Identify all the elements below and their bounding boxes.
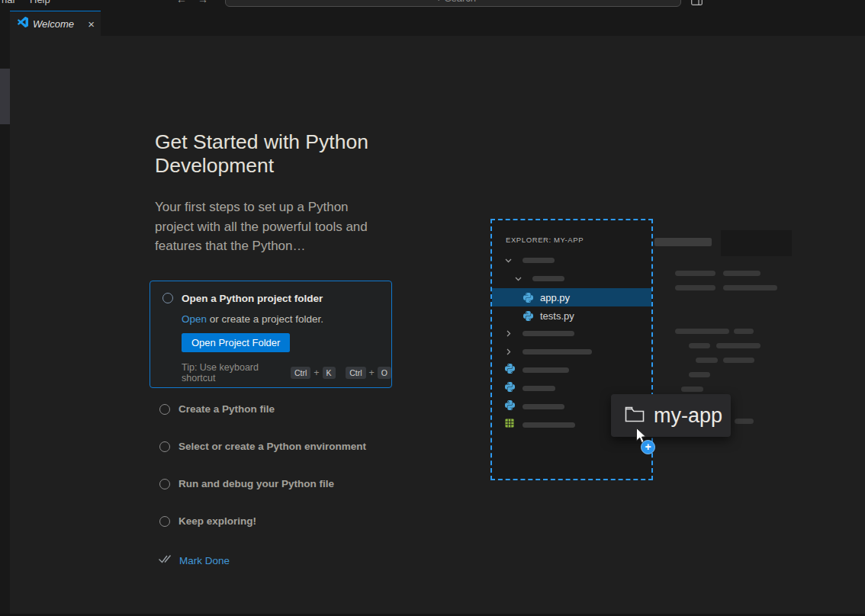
page-description: Your first steps to set up a Python proj… (155, 197, 381, 256)
step-select-environment[interactable]: Select or create a Python environment (159, 441, 366, 452)
tree-chevron-down-icon (515, 274, 522, 284)
skeleton-code-line (681, 387, 703, 392)
tree-chevron-right-icon (506, 346, 511, 357)
step-title: Open a Python project folder (182, 293, 323, 304)
tab-label: Welcome (33, 18, 88, 30)
tree-item-app-py: app.py (492, 288, 651, 306)
step-label: Create a Python file (178, 403, 275, 415)
skeleton-code-line (675, 329, 729, 334)
mark-done-label: Mark Done (179, 555, 230, 566)
kbd-ctrl: Ctrl (346, 367, 365, 379)
skeleton-code-line (675, 271, 715, 276)
menu-item-help[interactable]: Help (30, 0, 50, 5)
forward-arrow-icon[interactable]: → (198, 0, 208, 5)
titlebar: nal Help ← → Search (0, 0, 865, 8)
step-keep-exploring[interactable]: Keep exploring! (159, 515, 256, 527)
step-radio-icon[interactable] (162, 293, 173, 303)
step-description-rest: or create a project folder. (207, 313, 323, 325)
kbd-o: O (378, 367, 391, 379)
drag-tooltip: my-app (611, 394, 731, 437)
step-create-python-file[interactable]: Create a Python file (159, 403, 275, 415)
step-description: Open or create a project folder. (182, 313, 323, 325)
skeleton-tab-bar (654, 238, 712, 246)
skeleton-file-label (523, 367, 569, 373)
skeleton-file-label (523, 386, 555, 391)
skeleton-code-line (735, 419, 754, 424)
skeleton-folder-label (532, 276, 564, 281)
explorer-title: EXPLORER: MY-APP (506, 236, 584, 244)
skeleton-code-line (723, 271, 760, 276)
tree-chevron-down-icon (505, 255, 512, 266)
step-radio-icon[interactable] (159, 479, 170, 489)
step-label: Select or create a Python environment (178, 441, 366, 452)
step-radio-icon[interactable] (159, 516, 170, 527)
python-file-icon (523, 311, 533, 321)
vscode-window: nal Help ← → Search Welcome × (0, 0, 865, 616)
back-arrow-icon[interactable]: ← (176, 0, 187, 5)
step-label: Run and debug your Python file (178, 478, 334, 489)
welcome-page: Get Started with Python Development Your… (10, 36, 865, 614)
python-file-icon (505, 399, 515, 410)
customize-layout-icon[interactable] (691, 0, 703, 8)
step-radio-icon[interactable] (159, 404, 170, 415)
double-check-icon (158, 553, 175, 567)
file-name: tests.py (540, 310, 574, 322)
open-project-folder-button[interactable]: Open Project Folder (182, 333, 290, 352)
folder-icon (625, 406, 645, 425)
activity-bar-highlight (0, 69, 10, 124)
skeleton-code-line (723, 358, 754, 363)
tree-item-tests-py: tests.py (492, 306, 651, 325)
skeleton-code-line (696, 358, 718, 363)
search-placeholder: Search (445, 0, 476, 4)
tip-text: Tip: Use keyboard shortcut (182, 362, 288, 383)
keyboard-shortcut-tip: Tip: Use keyboard shortcut Ctrl+K Ctrl+O (182, 362, 391, 383)
skeleton-folder-label (523, 258, 555, 263)
mark-done-button[interactable]: Mark Done (158, 553, 230, 567)
search-icon (430, 0, 440, 5)
menu-item-terminal[interactable]: nal (2, 0, 14, 5)
skeleton-code-line (723, 285, 777, 290)
skeleton-code-line (675, 285, 715, 290)
step-open-project-folder-card[interactable]: Open a Python project folder Open or cre… (150, 281, 392, 388)
plus-sign: + (369, 367, 375, 378)
kbd-k: K (323, 367, 336, 379)
tree-chevron-right-icon (506, 328, 511, 338)
skeleton-file-label (523, 422, 575, 428)
open-link[interactable]: Open (182, 313, 207, 325)
close-icon[interactable]: × (88, 18, 95, 30)
step-run-debug[interactable]: Run and debug your Python file (159, 478, 334, 489)
kbd-ctrl: Ctrl (291, 367, 310, 379)
skeleton-folder-label (523, 331, 574, 336)
explorer-illustration: EXPLORER: MY-APP app.py tests.py (490, 219, 653, 480)
skeleton-code-line (734, 329, 754, 334)
python-file-icon (523, 293, 533, 303)
skeleton-code-line (689, 372, 710, 377)
plus-sign: + (314, 367, 319, 378)
skeleton-code-line (716, 343, 760, 348)
file-name: app.py (540, 292, 570, 303)
python-file-icon (505, 381, 515, 392)
vscode-logo-icon (18, 17, 28, 30)
step-radio-icon[interactable] (159, 441, 170, 452)
tab-welcome[interactable]: Welcome × (10, 11, 101, 36)
python-file-icon (505, 363, 515, 374)
step-label: Keep exploring! (178, 515, 256, 527)
skeleton-active-tab (721, 230, 792, 256)
add-badge-icon: + (641, 440, 655, 454)
skeleton-file-label (523, 404, 564, 409)
activity-bar-edge (0, 0, 10, 616)
page-title: Get Started with Python Development (155, 130, 387, 178)
search-input[interactable]: Search (225, 0, 681, 7)
skeleton-code-line (689, 343, 710, 348)
table-file-icon (505, 418, 514, 428)
tab-bar: Welcome × (10, 8, 865, 36)
drag-tooltip-label: my-app (654, 404, 722, 428)
skeleton-folder-label (523, 349, 592, 355)
